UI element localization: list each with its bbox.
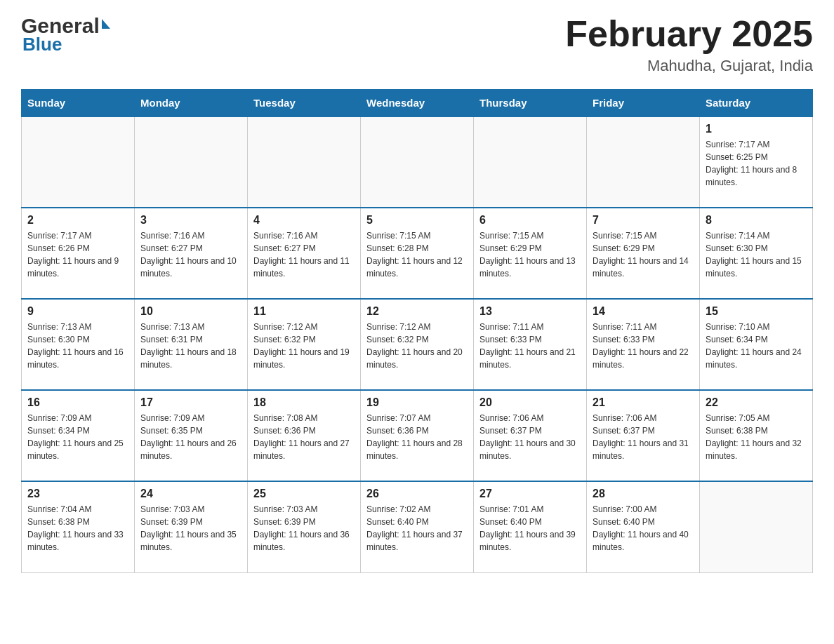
day-info: Sunrise: 7:11 AMSunset: 6:33 PMDaylight:… xyxy=(479,321,581,371)
day-info: Sunrise: 7:01 AMSunset: 6:40 PMDaylight:… xyxy=(479,503,581,554)
day-info: Sunrise: 7:16 AMSunset: 6:27 PMDaylight:… xyxy=(253,229,355,280)
table-row: 25Sunrise: 7:03 AMSunset: 6:39 PMDayligh… xyxy=(248,481,361,572)
day-info: Sunrise: 7:10 AMSunset: 6:34 PMDaylight:… xyxy=(706,321,807,371)
table-row xyxy=(135,116,248,208)
day-info: Sunrise: 7:17 AMSunset: 6:25 PMDaylight:… xyxy=(706,138,807,189)
calendar-week-row: 23Sunrise: 7:04 AMSunset: 6:38 PMDayligh… xyxy=(22,481,813,572)
day-info: Sunrise: 7:03 AMSunset: 6:39 PMDaylight:… xyxy=(253,503,355,554)
day-number: 2 xyxy=(27,214,128,227)
day-number: 18 xyxy=(253,396,355,409)
day-info: Sunrise: 7:11 AMSunset: 6:33 PMDaylight:… xyxy=(593,321,694,371)
day-number: 26 xyxy=(366,488,468,500)
table-row: 22Sunrise: 7:05 AMSunset: 6:38 PMDayligh… xyxy=(700,390,813,481)
day-info: Sunrise: 7:04 AMSunset: 6:38 PMDaylight:… xyxy=(27,503,128,554)
day-number: 9 xyxy=(27,305,128,318)
day-number: 10 xyxy=(140,305,241,318)
table-row: 15Sunrise: 7:10 AMSunset: 6:34 PMDayligh… xyxy=(700,299,813,390)
page-header: General Blue February 2025 Mahudha, Guja… xyxy=(21,14,813,75)
calendar-week-row: 9Sunrise: 7:13 AMSunset: 6:30 PMDaylight… xyxy=(22,299,813,390)
table-row: 14Sunrise: 7:11 AMSunset: 6:33 PMDayligh… xyxy=(587,299,700,390)
table-row: 27Sunrise: 7:01 AMSunset: 6:40 PMDayligh… xyxy=(474,481,587,572)
day-info: Sunrise: 7:06 AMSunset: 6:37 PMDaylight:… xyxy=(479,412,581,462)
col-thursday: Thursday xyxy=(474,90,587,117)
day-number: 17 xyxy=(140,396,241,409)
table-row: 7Sunrise: 7:15 AMSunset: 6:29 PMDaylight… xyxy=(587,208,700,299)
day-number: 28 xyxy=(593,488,694,500)
day-info: Sunrise: 7:08 AMSunset: 6:36 PMDaylight:… xyxy=(253,412,355,462)
table-row: 3Sunrise: 7:16 AMSunset: 6:27 PMDaylight… xyxy=(135,208,248,299)
day-info: Sunrise: 7:15 AMSunset: 6:29 PMDaylight:… xyxy=(593,229,694,280)
table-row xyxy=(474,116,587,208)
day-info: Sunrise: 7:17 AMSunset: 6:26 PMDaylight:… xyxy=(27,229,128,280)
day-number: 6 xyxy=(479,214,581,227)
day-info: Sunrise: 7:12 AMSunset: 6:32 PMDaylight:… xyxy=(253,321,355,371)
day-number: 24 xyxy=(140,488,241,500)
col-saturday: Saturday xyxy=(700,90,813,117)
day-number: 1 xyxy=(706,123,807,135)
table-row: 16Sunrise: 7:09 AMSunset: 6:34 PMDayligh… xyxy=(22,390,135,481)
day-info: Sunrise: 7:06 AMSunset: 6:37 PMDaylight:… xyxy=(593,412,694,462)
table-row: 24Sunrise: 7:03 AMSunset: 6:39 PMDayligh… xyxy=(135,481,248,572)
day-number: 3 xyxy=(140,214,241,227)
table-row: 10Sunrise: 7:13 AMSunset: 6:31 PMDayligh… xyxy=(135,299,248,390)
day-number: 22 xyxy=(706,396,807,409)
table-row: 8Sunrise: 7:14 AMSunset: 6:30 PMDaylight… xyxy=(700,208,813,299)
table-row: 11Sunrise: 7:12 AMSunset: 6:32 PMDayligh… xyxy=(248,299,361,390)
day-info: Sunrise: 7:00 AMSunset: 6:40 PMDaylight:… xyxy=(593,503,694,554)
col-friday: Friday xyxy=(587,90,700,117)
day-info: Sunrise: 7:09 AMSunset: 6:35 PMDaylight:… xyxy=(140,412,241,462)
table-row: 4Sunrise: 7:16 AMSunset: 6:27 PMDaylight… xyxy=(248,208,361,299)
table-row: 13Sunrise: 7:11 AMSunset: 6:33 PMDayligh… xyxy=(474,299,587,390)
day-info: Sunrise: 7:14 AMSunset: 6:30 PMDaylight:… xyxy=(706,229,807,280)
day-number: 15 xyxy=(706,305,807,318)
day-number: 16 xyxy=(27,396,128,409)
col-tuesday: Tuesday xyxy=(248,90,361,117)
day-info: Sunrise: 7:15 AMSunset: 6:29 PMDaylight:… xyxy=(479,229,581,280)
table-row xyxy=(361,116,474,208)
table-row: 5Sunrise: 7:15 AMSunset: 6:28 PMDaylight… xyxy=(361,208,474,299)
table-row: 6Sunrise: 7:15 AMSunset: 6:29 PMDaylight… xyxy=(474,208,587,299)
day-number: 4 xyxy=(253,214,355,227)
calendar-week-row: 1Sunrise: 7:17 AMSunset: 6:25 PMDaylight… xyxy=(22,116,813,208)
day-number: 19 xyxy=(366,396,468,409)
table-row xyxy=(700,481,813,572)
day-info: Sunrise: 7:16 AMSunset: 6:27 PMDaylight:… xyxy=(140,229,241,280)
table-row: 23Sunrise: 7:04 AMSunset: 6:38 PMDayligh… xyxy=(22,481,135,572)
calendar-week-row: 16Sunrise: 7:09 AMSunset: 6:34 PMDayligh… xyxy=(22,390,813,481)
table-row: 21Sunrise: 7:06 AMSunset: 6:37 PMDayligh… xyxy=(587,390,700,481)
month-title: February 2025 xyxy=(565,14,813,54)
day-number: 8 xyxy=(706,214,807,227)
day-info: Sunrise: 7:13 AMSunset: 6:30 PMDaylight:… xyxy=(27,321,128,371)
table-row xyxy=(22,116,135,208)
day-info: Sunrise: 7:03 AMSunset: 6:39 PMDaylight:… xyxy=(140,503,241,554)
logo: General Blue xyxy=(21,14,110,55)
table-row: 18Sunrise: 7:08 AMSunset: 6:36 PMDayligh… xyxy=(248,390,361,481)
day-info: Sunrise: 7:09 AMSunset: 6:34 PMDaylight:… xyxy=(27,412,128,462)
table-row: 2Sunrise: 7:17 AMSunset: 6:26 PMDaylight… xyxy=(22,208,135,299)
day-number: 11 xyxy=(253,305,355,318)
table-row: 17Sunrise: 7:09 AMSunset: 6:35 PMDayligh… xyxy=(135,390,248,481)
day-number: 14 xyxy=(593,305,694,318)
day-info: Sunrise: 7:05 AMSunset: 6:38 PMDaylight:… xyxy=(706,412,807,462)
title-block: February 2025 Mahudha, Gujarat, India xyxy=(565,14,813,75)
table-row: 1Sunrise: 7:17 AMSunset: 6:25 PMDaylight… xyxy=(700,116,813,208)
table-row: 9Sunrise: 7:13 AMSunset: 6:30 PMDaylight… xyxy=(22,299,135,390)
day-number: 27 xyxy=(479,488,581,500)
day-info: Sunrise: 7:15 AMSunset: 6:28 PMDaylight:… xyxy=(366,229,468,280)
table-row xyxy=(248,116,361,208)
calendar-table: Sunday Monday Tuesday Wednesday Thursday… xyxy=(21,89,813,573)
col-monday: Monday xyxy=(135,90,248,117)
day-number: 13 xyxy=(479,305,581,318)
day-number: 21 xyxy=(593,396,694,409)
day-info: Sunrise: 7:02 AMSunset: 6:40 PMDaylight:… xyxy=(366,503,468,554)
table-row: 26Sunrise: 7:02 AMSunset: 6:40 PMDayligh… xyxy=(361,481,474,572)
col-sunday: Sunday xyxy=(22,90,135,117)
day-number: 23 xyxy=(27,488,128,500)
day-info: Sunrise: 7:07 AMSunset: 6:36 PMDaylight:… xyxy=(366,412,468,462)
table-row: 28Sunrise: 7:00 AMSunset: 6:40 PMDayligh… xyxy=(587,481,700,572)
logo-blue-text: Blue xyxy=(22,34,62,55)
col-wednesday: Wednesday xyxy=(361,90,474,117)
day-number: 12 xyxy=(366,305,468,318)
day-info: Sunrise: 7:13 AMSunset: 6:31 PMDaylight:… xyxy=(140,321,241,371)
table-row: 19Sunrise: 7:07 AMSunset: 6:36 PMDayligh… xyxy=(361,390,474,481)
